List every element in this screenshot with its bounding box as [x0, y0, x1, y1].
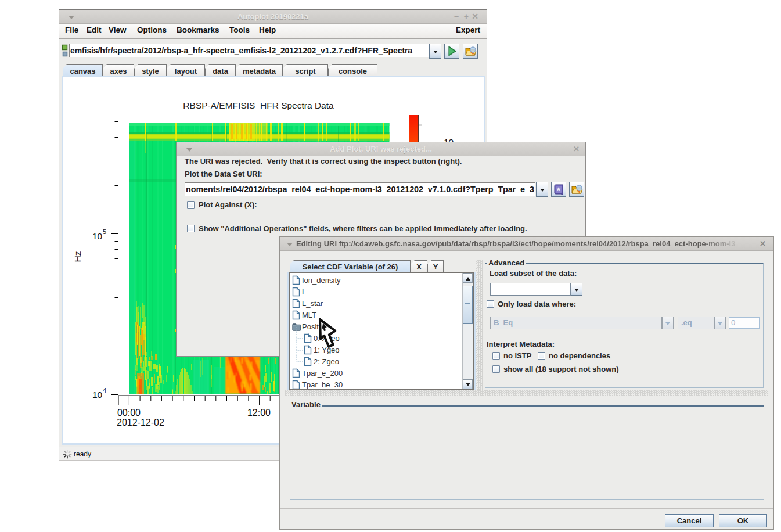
svg-text:10: 10 — [92, 390, 103, 400]
svg-text:10: 10 — [92, 231, 103, 241]
svg-text:00:00: 00:00 — [117, 408, 141, 418]
svg-text:2012-12-02: 2012-12-02 — [117, 418, 164, 427]
svg-text:12:00: 12:00 — [247, 408, 271, 418]
svg-text:5: 5 — [103, 228, 106, 235]
svg-text:RBSP-A/EMFISIS HFR Spectra Da: RBSP-A/EMFISIS HFR Spectra Data — [183, 100, 334, 110]
svg-text:4: 4 — [103, 387, 106, 394]
svg-text:Hz: Hz — [73, 251, 82, 263]
